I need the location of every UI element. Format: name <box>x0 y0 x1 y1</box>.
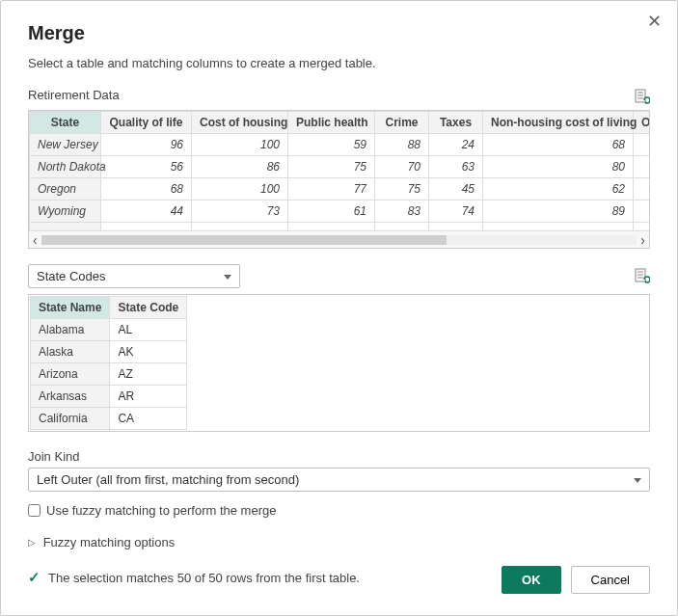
dialog-subtitle: Select a table and matching columns to c… <box>28 56 650 70</box>
col-state-name[interactable]: State Name <box>31 297 110 319</box>
table-row[interactable]: Arizona AZ <box>31 363 187 386</box>
table-row[interactable]: North Dakota 56 86 75 70 63 80 <box>30 156 651 178</box>
top-table-header-row: State Quality of life Cost of housing Pu… <box>30 112 651 134</box>
bottom-table-container: State Name State Code Alabama AL Alaska … <box>28 294 650 432</box>
dialog-title: Merge <box>28 22 650 44</box>
cancel-button[interactable]: Cancel <box>571 566 650 594</box>
fuzzy-checkbox[interactable] <box>28 504 41 517</box>
col-health[interactable]: Public health <box>288 112 375 134</box>
merge-dialog: ✕ Merge Select a table and matching colu… <box>0 0 678 616</box>
top-table-hscrollbar[interactable]: ‹ › <box>29 230 649 248</box>
table-row-partial[interactable] <box>30 223 651 231</box>
join-kind-dropdown-label: Left Outer (all from first, matching fro… <box>37 472 299 487</box>
table-row[interactable]: Oregon 68 100 77 75 45 62 <box>30 178 651 201</box>
bottom-table[interactable]: State Name State Code Alabama AL Alaska … <box>30 296 187 430</box>
table-row[interactable]: Alabama AL <box>31 319 187 341</box>
fuzzy-options-expander-label: Fuzzy matching options <box>43 535 176 549</box>
bottom-table-header-row: State Name State Code <box>31 297 187 319</box>
top-table-name: Retirement Data <box>28 88 120 102</box>
top-table[interactable]: State Quality of life Cost of housing Pu… <box>29 111 650 230</box>
col-qol[interactable]: Quality of life <box>101 112 192 134</box>
second-table-dropdown-label: State Codes <box>37 269 106 283</box>
check-icon: ✓ <box>28 569 41 586</box>
join-kind-dropdown[interactable]: Left Outer (all from first, matching fro… <box>28 468 650 492</box>
join-kind-label: Join Kind <box>28 449 650 464</box>
chevron-right-icon[interactable]: › <box>640 233 645 247</box>
col-state[interactable]: State <box>30 112 101 134</box>
close-icon[interactable]: ✕ <box>647 13 662 30</box>
button-row: OK Cancel <box>502 566 650 594</box>
chevron-left-icon[interactable]: ‹ <box>33 233 38 247</box>
scroll-track[interactable] <box>41 235 637 245</box>
fuzzy-options-expander[interactable]: Fuzzy matching options <box>28 535 650 549</box>
col-state-code[interactable]: State Code <box>110 297 187 319</box>
top-table-container: State Quality of life Cost of housing Pu… <box>28 110 650 249</box>
status-message: The selection matches 50 of 50 rows from… <box>48 571 360 585</box>
table-row[interactable]: New Jersey 96 100 59 88 24 68 <box>30 134 651 156</box>
refresh-top-icon[interactable] <box>635 89 650 106</box>
ok-button[interactable]: OK <box>502 566 561 594</box>
col-nonhousing[interactable]: Non-housing cost of living <box>483 112 634 134</box>
scroll-thumb[interactable] <box>41 235 447 245</box>
second-table-dropdown[interactable]: State Codes <box>28 264 240 288</box>
table-row[interactable]: Alaska AK <box>31 341 187 363</box>
refresh-bottom-icon[interactable] <box>635 268 650 285</box>
col-housing[interactable]: Cost of housing <box>192 112 288 134</box>
table-row[interactable]: California CA <box>31 408 187 430</box>
table-row[interactable]: Arkansas AR <box>31 386 187 408</box>
col-crime[interactable]: Crime <box>375 112 429 134</box>
table-row[interactable]: Wyoming 44 73 61 83 74 89 <box>30 201 651 223</box>
fuzzy-checkbox-label: Use fuzzy matching to perform the merge <box>46 503 276 518</box>
fuzzy-checkbox-row[interactable]: Use fuzzy matching to perform the merge <box>28 503 650 518</box>
col-taxes[interactable]: Taxes <box>429 112 483 134</box>
